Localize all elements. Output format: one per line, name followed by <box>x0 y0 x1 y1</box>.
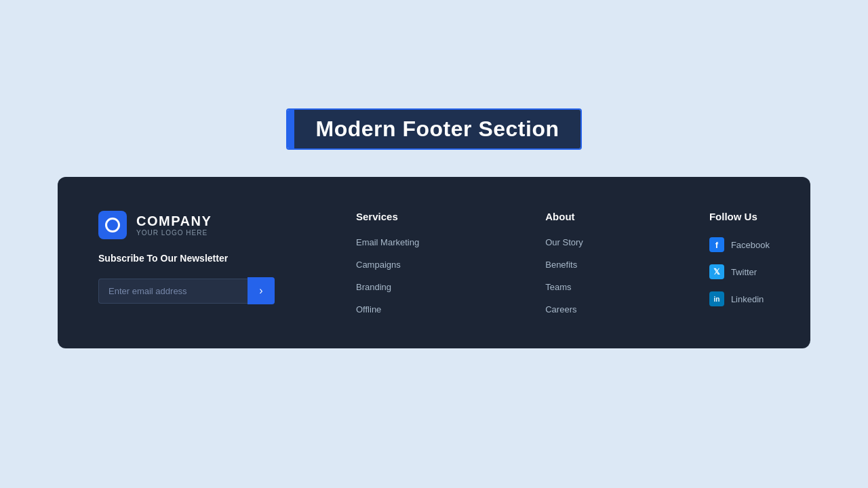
footer-section: COMPANY YOUR LOGO HERE Subscribe To Our … <box>58 177 810 348</box>
facebook-label: Facebook <box>731 240 770 250</box>
facebook-link[interactable]: f Facebook <box>709 237 770 252</box>
services-link-email-marketing[interactable]: Email Marketing <box>356 237 419 247</box>
about-link-teams[interactable]: Teams <box>545 282 583 292</box>
follow-us-column: Follow Us f Facebook 𝕏 Twitter in Linked… <box>709 211 770 314</box>
linkedin-label: Linkedin <box>731 294 764 304</box>
subscribe-label: Subscribe To Our Newsletter <box>98 253 329 264</box>
facebook-icon: f <box>709 237 724 252</box>
services-title: Services <box>356 211 419 222</box>
logo-icon-inner <box>105 218 120 232</box>
subscribe-form: › <box>98 277 329 304</box>
company-name-block: COMPANY YOUR LOGO HERE <box>136 214 212 237</box>
services-column: Services Email Marketing Campaigns Brand… <box>356 211 419 314</box>
page-wrapper: Modern Footer Section COMPANY YOUR LOGO … <box>0 0 868 348</box>
twitter-label: Twitter <box>731 267 757 277</box>
about-title: About <box>545 211 583 222</box>
twitter-link[interactable]: 𝕏 Twitter <box>709 264 770 279</box>
about-column: About Our Story Benefits Teams Careers <box>545 211 583 314</box>
linkedin-icon: in <box>709 291 724 306</box>
title-badge-bar <box>288 110 294 148</box>
logo-icon <box>98 211 127 239</box>
linkedin-link[interactable]: in Linkedin <box>709 291 770 306</box>
follow-us-title: Follow Us <box>709 211 770 222</box>
subscribe-button[interactable]: › <box>248 277 275 304</box>
about-link-our-story[interactable]: Our Story <box>545 237 583 247</box>
company-tagline: YOUR LOGO HERE <box>136 229 212 237</box>
footer-columns: Services Email Marketing Campaigns Brand… <box>329 211 770 314</box>
about-link-benefits[interactable]: Benefits <box>545 260 583 270</box>
footer-left-column: COMPANY YOUR LOGO HERE Subscribe To Our … <box>98 211 329 304</box>
about-link-careers[interactable]: Careers <box>545 304 583 314</box>
company-name: COMPANY <box>136 214 212 229</box>
services-link-offline[interactable]: Offline <box>356 304 419 314</box>
page-title: Modern Footer Section <box>294 110 581 148</box>
services-link-campaigns[interactable]: Campaigns <box>356 260 419 270</box>
twitter-icon: 𝕏 <box>709 264 724 279</box>
email-input[interactable] <box>98 279 248 304</box>
title-badge: Modern Footer Section <box>286 108 583 150</box>
services-link-branding[interactable]: Branding <box>356 282 419 292</box>
company-logo-row: COMPANY YOUR LOGO HERE <box>98 211 329 239</box>
